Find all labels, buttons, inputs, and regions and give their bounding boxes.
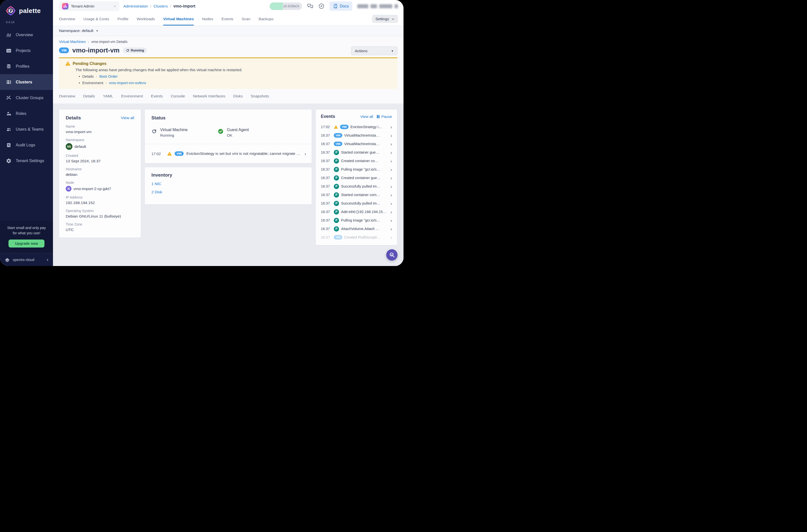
status-row: Virtual Machine Running Guest Agent OK xyxy=(145,128,312,137)
namespace-select[interactable]: Namespace: default xyxy=(59,28,93,33)
pending-link-ovfenv[interactable]: vmo-import-vm-ovfenv xyxy=(109,81,146,85)
bullet: • xyxy=(79,74,80,78)
sidebar-item-tenant-settings[interactable]: Tenant Settings xyxy=(0,153,53,169)
tab-scan[interactable]: Scan xyxy=(242,12,250,25)
chevron-right-icon: › xyxy=(391,193,392,197)
chevron-right-icon: › xyxy=(391,167,392,172)
top-bar: Tenant Admin Administration / Clusters /… xyxy=(53,0,404,12)
event-row[interactable]: 16:37 P Add eth0 [192.168.194.15… › xyxy=(321,208,392,216)
nic-link[interactable]: 1 NIC xyxy=(151,182,305,186)
status-event-row[interactable]: 17:02 VMI EvictionStrategy is set but vm… xyxy=(145,144,312,163)
events-view-all-link[interactable]: View all xyxy=(360,114,373,119)
inventory-card-title: Inventory xyxy=(151,172,305,178)
sidebar-item-overview[interactable]: Overview xyxy=(0,27,53,43)
top-right-controls: 10.3/25kCh Docs xyxy=(269,1,398,11)
event-row[interactable]: 16:37 P Started container com… › xyxy=(321,191,392,199)
namespace-bar: Namespace: default ▼ xyxy=(53,26,404,36)
subtab-console[interactable]: Console xyxy=(171,94,185,98)
subtab-environment[interactable]: Environment xyxy=(121,94,143,98)
chevron-right-icon: › xyxy=(106,81,107,85)
event-row[interactable]: 16:37 VMI VirtualMachineInsta… › xyxy=(321,140,392,148)
tab-nodes[interactable]: Nodes xyxy=(202,12,213,25)
cluster-tabs: Overview Usage & Costs Profile Workloads… xyxy=(59,12,274,25)
event-row[interactable]: 16:37 P Pulling image "gcr.io/s… › xyxy=(321,165,392,174)
sidebar-item-roles[interactable]: Roles xyxy=(0,106,53,121)
event-row[interactable]: 16:37 P Pulling image "gcr.io/s… › xyxy=(321,216,392,225)
disk-link[interactable]: 2 Disk xyxy=(151,190,305,194)
event-row[interactable]: 16:37 P Started container gue… › xyxy=(321,148,392,157)
event-row[interactable]: 16:37 P Successfully pulled im… › xyxy=(321,199,392,208)
pod-badge: P xyxy=(334,175,339,180)
sidebar-item-audit-logs[interactable]: Audit Logs xyxy=(0,137,53,153)
tab-usage-costs[interactable]: Usage & Costs xyxy=(83,12,109,25)
detail-field-name: Name vmo-import-vm xyxy=(66,125,134,134)
collapse-sidebar-icon[interactable]: ‹ xyxy=(47,257,49,263)
breadcrumb-separator: / xyxy=(170,4,171,8)
subtab-overview[interactable]: Overview xyxy=(59,94,75,98)
tab-events[interactable]: Events xyxy=(222,12,233,25)
gear-icon xyxy=(6,158,12,164)
sidebar-item-label: Roles xyxy=(16,111,26,116)
docs-button[interactable]: Docs xyxy=(330,1,352,11)
events-pause-button[interactable]: Pause xyxy=(376,114,392,119)
event-row[interactable]: 16:37 P Created container co… › xyxy=(321,157,392,165)
status-card: Status Virtual Machine Running xyxy=(145,109,312,163)
event-text: EvictionStrategy i… xyxy=(351,125,389,129)
event-row[interactable]: 16:37 P Successfully pulled im… › xyxy=(321,182,392,191)
sidebar-item-label: Projects xyxy=(16,48,31,53)
subtab-events[interactable]: Events xyxy=(151,94,163,98)
sidebar-item-cluster-groups[interactable]: Cluster Groups xyxy=(0,90,53,106)
search-fab-button[interactable] xyxy=(386,249,397,261)
tab-backups[interactable]: Backups xyxy=(259,12,273,25)
vm-breadcrumb-link[interactable]: Virtual Machines xyxy=(59,40,86,44)
pod-badge: P xyxy=(334,150,339,155)
sidebar-item-projects[interactable]: Projects xyxy=(0,43,53,58)
explore-button[interactable] xyxy=(318,3,324,9)
sidebar-item-users-teams[interactable]: Users & Teams xyxy=(0,121,53,137)
breadcrumb-administration[interactable]: Administration xyxy=(124,4,148,8)
subtab-yaml[interactable]: YAML xyxy=(103,94,113,98)
event-row[interactable]: 17:02 VMI EvictionStrategy i… › xyxy=(321,122,392,131)
tab-virtual-machines[interactable]: Virtual Machines xyxy=(163,12,194,25)
breadcrumb-clusters[interactable]: Clusters xyxy=(154,4,168,8)
chat-button[interactable] xyxy=(307,3,313,9)
vm-run-status: Virtual Machine Running xyxy=(151,128,188,137)
event-row[interactable]: 16:37 VMI Created PodDisrupti… › xyxy=(321,233,392,242)
subtab-network-interfaces[interactable]: Network Interfaces xyxy=(193,94,225,98)
detail-field-os: Operating System Debian GNU/Linux 11 (bu… xyxy=(66,209,134,218)
tab-profile[interactable]: Profile xyxy=(117,12,128,25)
usage-meter-value: 10.3/25kCh xyxy=(283,2,299,10)
tab-overview[interactable]: Overview xyxy=(59,12,75,25)
actions-dropdown[interactable]: Actions ▼ xyxy=(351,46,397,55)
chevron-right-icon[interactable]: › xyxy=(304,151,306,156)
pending-link-boot-order[interactable]: Boot Order xyxy=(99,74,117,78)
sidebar-item-label: Tenant Settings xyxy=(16,158,44,163)
sidebar-item-profiles[interactable]: Profiles xyxy=(0,58,53,74)
event-row[interactable]: 16:37 P Created container gue… › xyxy=(321,174,392,182)
events-list: 17:02 VMI EvictionStrategy i… › 16:37 VM… xyxy=(321,122,392,242)
details-view-all-link[interactable]: View all xyxy=(121,116,134,120)
pod-badge: P xyxy=(334,201,339,206)
subtab-disks[interactable]: Disks xyxy=(233,94,243,98)
search-icon xyxy=(389,252,395,258)
guest-agent-status: Guest Agent OK xyxy=(218,128,249,137)
event-text: AttachVolume.Attach … xyxy=(341,227,389,231)
event-time: 16:37 xyxy=(321,133,332,137)
upgrade-now-button[interactable]: Upgrade now xyxy=(8,240,44,248)
projects-icon xyxy=(6,48,12,54)
settings-button[interactable]: Settings xyxy=(372,15,398,23)
tab-workloads[interactable]: Workloads xyxy=(137,12,155,25)
event-row[interactable]: 16:37 P AttachVolume.Attach … › xyxy=(321,225,392,233)
chevron-right-icon: › xyxy=(96,74,97,78)
chevron-right-icon: › xyxy=(391,133,392,138)
subtab-snapshots[interactable]: Snapshots xyxy=(250,94,269,98)
pending-change-item: • Details › Boot Order xyxy=(79,74,392,78)
pending-changes-description: The following areas have pending changes… xyxy=(75,68,392,72)
tenant-scope-select[interactable]: Tenant Admin xyxy=(59,1,119,11)
chevron-down-icon xyxy=(392,18,394,20)
subtab-details[interactable]: Details xyxy=(83,94,95,98)
sidebar-item-clusters[interactable]: Clusters xyxy=(0,74,53,90)
event-row[interactable]: 16:37 VMI VirtualMachineInsta… › xyxy=(321,131,392,140)
pod-badge: P xyxy=(334,209,339,214)
event-text: Created container gue… xyxy=(341,176,389,180)
